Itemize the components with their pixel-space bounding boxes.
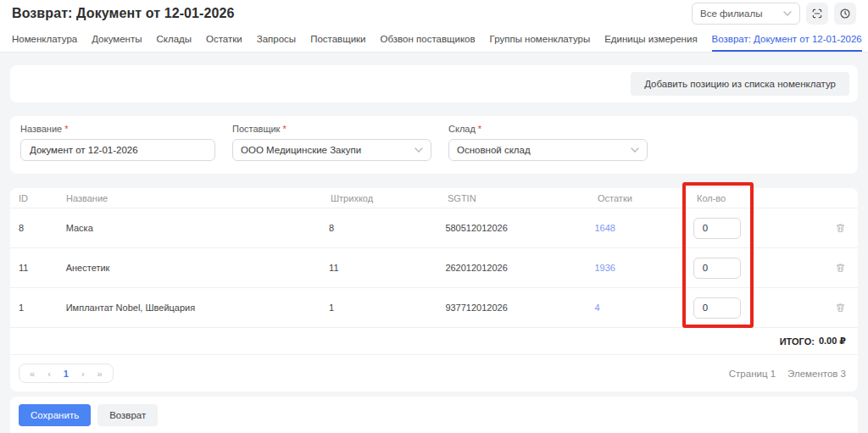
main-tabbar: Номенклатура Документы Склады Остатки За… [0,27,868,53]
tab-dokumenty[interactable]: Документы [92,27,142,52]
delete-row-button[interactable] [833,260,848,275]
tab-obzvon-postavshchikov[interactable]: Обзвон поставщиков [381,27,476,52]
warehouse-select[interactable]: Основной склад [448,139,648,161]
warehouse-field-label: Склад* [448,124,648,134]
cell-qty [693,258,833,279]
col-header-qty: Кол-во [697,193,837,203]
tab-ostatki[interactable]: Остатки [206,27,242,52]
chevron-down-icon [783,11,792,16]
pager-info: Страниц 1 Элементов 3 [729,369,846,379]
clock-icon [839,8,851,19]
stock-link[interactable]: 1648 [594,223,615,233]
total-label: ИТОГО: [780,336,815,347]
cell-stock: 1936 [594,263,693,273]
supplier-field-label-text: Поставщик [232,124,280,134]
cell-id: 8 [19,223,66,233]
stock-link[interactable]: 4 [594,303,599,313]
name-input[interactable] [20,139,215,161]
return-button[interactable]: Возврат [97,404,158,426]
name-field-label-text: Название [20,124,62,134]
trash-icon [835,302,846,314]
toolbar-card: Добавить позицию из списка номенклатур [10,65,858,103]
warehouse-select-value: Основной склад [457,145,531,155]
page-first-button[interactable]: « [30,369,35,379]
page-prev-button[interactable]: ‹ [47,369,51,379]
content-area: Добавить позицию из списка номенклатур Н… [0,53,868,433]
history-button[interactable] [834,3,856,25]
document-form-card: Название* Поставщик* ООО Медицинские Зак… [10,116,858,174]
cell-barcode: 11 [329,263,445,273]
cell-sgtin: 580512012026 [445,223,594,233]
delete-row-button[interactable] [833,300,848,315]
positions-table-card: ID Название Штрихкод SGTIN Остатки Кол-в… [10,188,858,391]
tab-gruppy-nomenklatury[interactable]: Группы номенклатуры [490,27,591,52]
cell-id: 1 [19,303,66,313]
page-last-button[interactable]: » [97,369,103,379]
tab-vozvrat-active[interactable]: Возврат: Документ от 12-01-2026 [712,27,862,52]
branch-filter-select[interactable]: Все филиалы [692,3,800,25]
branch-filter-value: Все филиалы [700,8,762,19]
cell-qty [693,218,833,239]
name-field: Название* [20,124,215,166]
save-button[interactable]: Сохранить [19,404,91,426]
warehouse-field-label-text: Склад [448,124,476,134]
total-value: 0.00 ₽ [819,336,846,347]
cell-barcode: 8 [329,223,445,233]
items-summary: Элементов 3 [787,369,846,379]
col-header-id: ID [19,193,66,203]
tab-zaprosy[interactable]: Запросы [257,27,296,52]
header-controls: Все филиалы [692,3,856,25]
col-header-name: Название [66,193,331,203]
warehouse-field: Склад* Основной склад [448,124,648,166]
cell-actions [833,300,848,315]
cell-actions [833,220,848,236]
scan-icon [811,8,823,19]
chevron-down-icon [415,147,423,153]
chevron-down-icon [631,147,639,153]
name-field-label: Название* [20,124,215,134]
pagination-row: « ‹ 1 › » Страниц 1 Элементов 3 [10,355,858,391]
cell-stock: 4 [594,303,693,313]
app-header: Возврат: Документ от 12-01-2026 Все фили… [0,0,868,27]
required-mark: * [282,124,286,134]
cell-name: Имплантат Nobel, Швейцария [66,303,329,313]
scan-button[interactable] [806,3,828,25]
supplier-field: Поставщик* ООО Медицинские Закупи [232,124,431,166]
qty-input[interactable] [693,297,741,319]
footer-actions-card: Сохранить Возврат [10,397,858,433]
page-current[interactable]: 1 [64,369,69,379]
col-header-barcode: Штрихкод [331,193,448,203]
pager: « ‹ 1 › » [19,364,114,383]
cell-name: Маска [66,223,329,233]
cell-barcode: 1 [329,303,445,313]
table-row: 11 Анестетик 11 262012012026 1936 [10,248,858,288]
supplier-select-value: ООО Медицинские Закупи [241,145,361,155]
cell-sgtin: 262012012026 [445,263,594,273]
add-position-button[interactable]: Добавить позицию из списка номенклатур [631,72,849,96]
cell-actions [833,260,848,275]
supplier-field-label: Поставщик* [232,124,431,134]
stock-link[interactable]: 1936 [594,263,615,273]
trash-icon [835,222,846,234]
trash-icon [835,262,846,274]
tab-edinitsy-izmereniya[interactable]: Единицы измерения [604,27,697,52]
qty-input[interactable] [693,258,741,279]
cell-qty [693,297,833,319]
required-mark: * [478,124,481,134]
table-row: 8 Маска 8 580512012026 1648 [10,208,858,248]
table-header-row: ID Название Штрихкод SGTIN Остатки Кол-в… [10,188,858,208]
col-header-stock: Остатки [598,193,697,203]
cell-stock: 1648 [594,223,693,233]
tab-sklady[interactable]: Склады [156,27,192,52]
qty-input[interactable] [693,218,741,239]
tab-postavshchiki[interactable]: Поставщики [310,27,365,52]
cell-id: 11 [19,263,66,273]
page-title: Возврат: Документ от 12-01-2026 [12,6,235,21]
supplier-select[interactable]: ООО Медицинские Закупи [232,139,431,161]
delete-row-button[interactable] [833,220,848,236]
table-row: 1 Имплантат Nobel, Швейцария 1 937712012… [10,288,858,328]
col-header-sgtin: SGTIN [448,193,598,203]
page-next-button[interactable]: › [81,369,85,379]
tab-nomenklatura[interactable]: Номенклатура [12,27,77,52]
cell-sgtin: 937712012026 [445,303,594,313]
